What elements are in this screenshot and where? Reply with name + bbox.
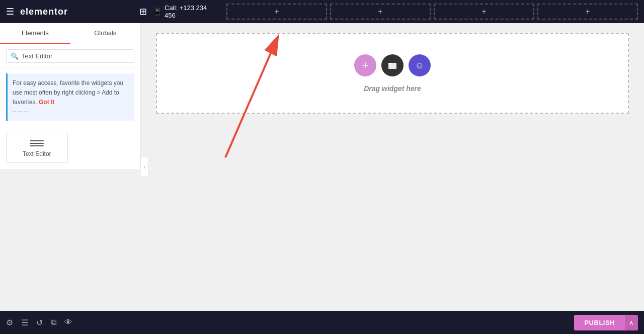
tab-elements[interactable]: Elements <box>0 23 70 44</box>
folder-button[interactable] <box>381 54 404 76</box>
publish-btn-wrap: PUBLISH ∧ <box>574 315 638 330</box>
phone-icon: 📱 <box>153 8 162 16</box>
add-widget-button[interactable]: + <box>354 54 376 76</box>
bottom-bar-left: ⚙ ☰ ↺ ⧉ 👁 <box>6 318 147 327</box>
tab-globals[interactable]: Globals <box>70 23 141 44</box>
drop-zone: + ☺ Drag widget here <box>156 33 629 114</box>
hamburger-icon[interactable]: ☰ <box>6 6 14 17</box>
search-icon: 🔍 <box>11 52 19 60</box>
responsive-icon[interactable]: ⧉ <box>51 318 56 327</box>
elementor-logo: elementor <box>20 7 68 17</box>
phone-text: Call: +123 234 456 <box>165 4 212 19</box>
canvas: + ☺ Drag widget here <box>141 23 644 311</box>
sidebar: Elements Globals 🔍 For easy access, favo… <box>0 23 141 169</box>
drop-zone-label: Drag widget here <box>364 85 421 93</box>
widget-label-text-editor: Text Editor <box>23 150 51 157</box>
settings-icon[interactable]: ⚙ <box>6 318 13 327</box>
canvas-inner: + ☺ Drag widget here <box>141 23 644 311</box>
tip-got-it-link[interactable]: Got It <box>39 99 54 106</box>
main: Elements Globals 🔍 For easy access, favo… <box>0 23 644 311</box>
sidebar-tabs: Elements Globals <box>0 23 140 44</box>
publish-chevron-button[interactable]: ∧ <box>625 315 638 330</box>
collapse-handle[interactable]: ‹ <box>141 157 149 177</box>
search-input[interactable] <box>22 52 130 60</box>
history-icon[interactable]: ↺ <box>36 318 43 327</box>
folder-icon <box>387 60 397 70</box>
top-bar-right: 📱 Call: +123 234 456 + + + + <box>153 4 638 20</box>
grid-icon[interactable]: ⊞ <box>139 6 147 17</box>
svg-rect-1 <box>388 63 392 64</box>
column-add-btn-1[interactable]: + <box>226 4 327 20</box>
bottom-bar: ⚙ ☰ ↺ ⧉ 👁 PUBLISH ∧ <box>0 311 644 334</box>
top-bar-columns: + + + + <box>226 4 638 20</box>
emoji-button[interactable]: ☺ <box>409 54 431 76</box>
column-add-btn-3[interactable]: + <box>434 4 534 20</box>
tip-banner: For easy access, favorite the widgets yo… <box>6 73 134 121</box>
widget-item-text-editor[interactable]: Text Editor <box>6 132 68 163</box>
tip-text: For easy access, favorite the widgets yo… <box>13 79 123 106</box>
text-editor-icon <box>30 140 44 146</box>
widget-grid: Text Editor <box>0 126 140 169</box>
top-bar: ☰ elementor ⊞ 📱 Call: +123 234 456 + + +… <box>0 0 644 23</box>
phone-bar-item: 📱 Call: +123 234 456 <box>153 4 212 19</box>
publish-button[interactable]: PUBLISH <box>574 315 625 330</box>
sidebar-container: Elements Globals 🔍 For easy access, favo… <box>0 23 141 311</box>
search-input-wrap: 🔍 <box>6 49 134 63</box>
layers-icon[interactable]: ☰ <box>21 318 28 327</box>
drop-zone-buttons: + ☺ <box>354 54 431 76</box>
tip-dots: ······· <box>13 108 129 116</box>
preview-icon[interactable]: 👁 <box>64 318 72 327</box>
column-add-btn-2[interactable]: + <box>330 4 431 20</box>
sidebar-search: 🔍 <box>0 44 140 68</box>
top-bar-left: ☰ elementor ⊞ <box>6 6 147 17</box>
column-add-btn-4[interactable]: + <box>537 4 638 20</box>
